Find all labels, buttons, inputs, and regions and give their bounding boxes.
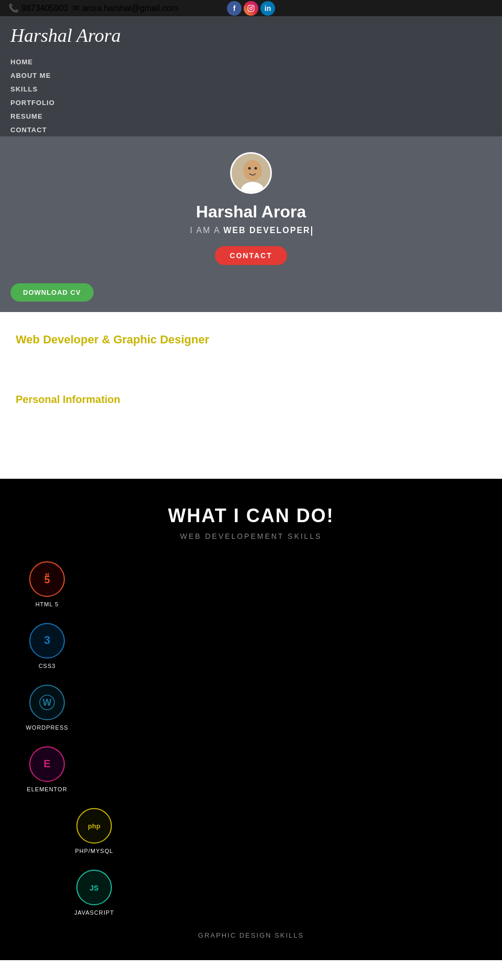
social-icons: f in xyxy=(227,1,275,16)
svg-text:php: php xyxy=(88,822,100,830)
email-info: ✉ arora.harshal@gmail.com xyxy=(73,3,178,13)
js-icon: JS xyxy=(76,870,112,905)
wordpress-label: WORDPRESS xyxy=(26,724,68,731)
css3-icon: 3 xyxy=(29,623,65,659)
graphic-skills-label: GRAPHIC DESIGN SKILLS xyxy=(16,931,486,939)
svg-point-7 xyxy=(255,167,257,170)
skills-section: WHAT I CAN DO! WEB DEVELOPEMENT SKILLS 5… xyxy=(0,479,502,960)
nav-item-skills[interactable]: SKILLS xyxy=(10,82,492,96)
elementor-icon: E xyxy=(29,746,65,782)
svg-text:W: W xyxy=(43,697,52,708)
phone-info: 📞 9873405903 xyxy=(8,3,68,13)
nav-item-about[interactable]: ABOUT ME xyxy=(10,68,492,82)
skill-wordpress: W WORDPRESS xyxy=(16,685,78,731)
facebook-icon[interactable]: f xyxy=(227,1,242,16)
cursor xyxy=(311,226,312,236)
svg-rect-0 xyxy=(248,5,254,11)
email-icon: ✉ xyxy=(73,3,79,13)
svg-text:3: 3 xyxy=(44,633,50,647)
svg-text:JS: JS xyxy=(89,884,98,892)
subtitle-prefix: I AM A xyxy=(190,226,223,235)
site-title: Harshal Arora xyxy=(10,25,492,47)
email-address: arora.harshal@gmail.com xyxy=(82,4,178,13)
top-bar: 📞 9873405903 ✉ arora.harshal@gmail.com f… xyxy=(0,0,502,16)
about-section: Web Developer & Graphic Designer Persona… xyxy=(0,312,502,479)
svg-point-1 xyxy=(250,7,253,9)
avatar xyxy=(230,152,272,194)
svg-text:E: E xyxy=(43,758,50,769)
nav-item-contact[interactable]: CONTACT xyxy=(10,123,492,136)
web-skills-subtitle: WEB DEVELOPEMENT SKILLS xyxy=(16,532,486,540)
skill-elementor: E ELEMENTOR xyxy=(16,746,78,792)
skills-main-title: WHAT I CAN DO! xyxy=(16,505,486,527)
download-cv-button[interactable]: DOWNLOAD CV xyxy=(10,283,94,302)
css3-label: CSS3 xyxy=(39,663,56,669)
php-label: PHP/MYSQL xyxy=(75,848,113,854)
nav-item-portfolio[interactable]: PORTFOLIO xyxy=(10,96,492,109)
html5-label: HTML 5 xyxy=(36,601,59,607)
svg-point-2 xyxy=(252,6,253,7)
phone-icon: 📞 xyxy=(8,3,19,13)
subtitle-highlight: WEB DEVELOPER xyxy=(223,226,310,235)
hero-subtitle: I AM A WEB DEVELOPER xyxy=(10,226,492,236)
skill-html5: 5 H HTML 5 xyxy=(16,561,78,607)
linkedin-icon[interactable]: in xyxy=(260,1,275,16)
wordpress-icon: W xyxy=(29,685,65,720)
role-title: Web Developer & Graphic Designer xyxy=(16,333,486,347)
contact-button[interactable]: CONTACT xyxy=(215,246,287,265)
hero-name: Harshal Arora xyxy=(10,202,492,222)
skill-js: JS JAVASCRIPT xyxy=(63,870,126,916)
header: Harshal Arora HOME ABOUT ME SKILLS PORTF… xyxy=(0,16,502,136)
js-label: JAVASCRIPT xyxy=(74,909,114,916)
svg-point-4 xyxy=(243,160,262,181)
phone-number: 9873405903 xyxy=(21,4,68,13)
personal-info-title: Personal Information xyxy=(16,394,486,406)
html5-icon: 5 H xyxy=(29,561,65,597)
svg-text:H: H xyxy=(45,572,49,578)
elementor-label: ELEMENTOR xyxy=(27,786,67,792)
main-nav: HOME ABOUT ME SKILLS PORTFOLIO RESUME CO… xyxy=(10,55,492,136)
svg-point-6 xyxy=(248,167,251,170)
skill-php: php PHP/MYSQL xyxy=(63,808,126,854)
php-icon: php xyxy=(76,808,112,844)
skill-css3: 3 CSS3 xyxy=(16,623,78,669)
hero-section: Harshal Arora I AM A WEB DEVELOPER CONTA… xyxy=(0,136,502,312)
nav-item-resume[interactable]: RESUME xyxy=(10,109,492,123)
instagram-icon[interactable] xyxy=(244,1,258,16)
nav-item-home[interactable]: HOME xyxy=(10,55,492,68)
